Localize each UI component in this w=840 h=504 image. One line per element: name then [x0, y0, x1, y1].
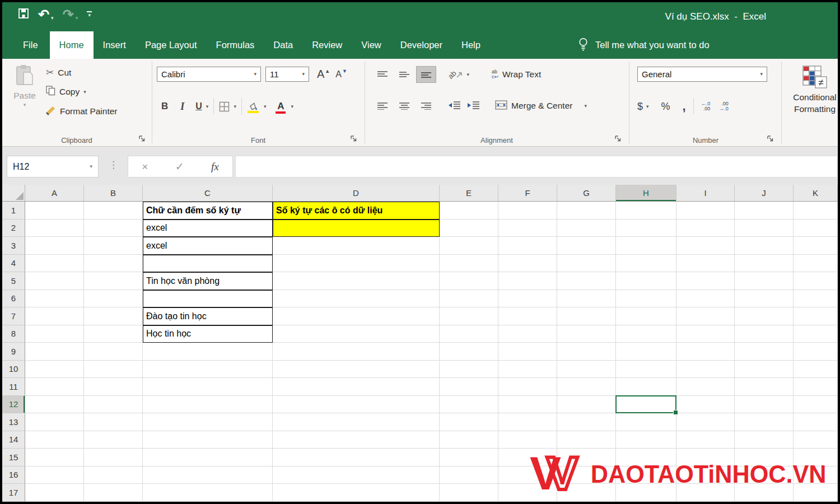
cell-A4[interactable]	[25, 255, 84, 273]
tell-me-box[interactable]: Tell me what you want to do	[578, 31, 710, 59]
cell-E10[interactable]	[440, 361, 498, 379]
merge-center-button[interactable]: Merge & Center ▾	[495, 100, 587, 112]
tab-home[interactable]: Home	[50, 31, 94, 59]
cell-K17[interactable]	[794, 484, 838, 502]
font-dialog-launcher-icon[interactable]	[350, 135, 357, 142]
cell-C8[interactable]: Học tin học	[143, 325, 273, 343]
cell-A13[interactable]	[25, 413, 84, 431]
cell-F5[interactable]	[498, 272, 557, 290]
cell-C6[interactable]	[143, 290, 273, 308]
cell-G7[interactable]	[557, 307, 616, 325]
column-header-C[interactable]: C	[143, 185, 273, 201]
bottom-align-button[interactable]	[417, 67, 436, 82]
cell-A12[interactable]	[25, 396, 84, 414]
cell-C1[interactable]: Chữ cần đếm số ký tự	[143, 202, 273, 220]
column-header-G[interactable]: G	[557, 185, 616, 201]
cell-E6[interactable]	[440, 290, 498, 308]
align-right-button[interactable]	[417, 98, 436, 114]
conditional-formatting-button[interactable]: ≠ Conditional Formatting	[784, 59, 840, 146]
cell-B1[interactable]	[84, 202, 143, 220]
cell-I7[interactable]	[676, 307, 735, 325]
cell-B9[interactable]	[84, 343, 143, 361]
cell-A17[interactable]	[25, 484, 84, 502]
column-header-J[interactable]: J	[735, 185, 794, 201]
cell-I1[interactable]	[676, 202, 735, 220]
cell-J3[interactable]	[735, 237, 794, 255]
cell-C17[interactable]	[143, 484, 273, 502]
tab-file[interactable]: File	[11, 31, 50, 59]
cell-B13[interactable]	[84, 413, 143, 431]
cell-K15[interactable]	[794, 449, 838, 466]
cell-I5[interactable]	[676, 272, 735, 290]
cell-C11[interactable]	[143, 378, 273, 396]
row-header-8[interactable]: 8	[2, 325, 25, 343]
insert-function-icon[interactable]: fx	[211, 161, 219, 173]
redo-button[interactable]: ↷ ▾	[63, 8, 78, 21]
name-box-caret-icon[interactable]: ▾	[90, 164, 92, 169]
cell-H14[interactable]	[616, 431, 676, 449]
column-header-E[interactable]: E	[440, 185, 498, 201]
cell-H17[interactable]	[616, 484, 676, 502]
increase-decimal-button[interactable]: ←.0.00	[701, 101, 711, 111]
cell-J5[interactable]	[735, 272, 794, 290]
cell-B7[interactable]	[84, 307, 143, 325]
cell-C14[interactable]	[143, 431, 273, 449]
cell-J16[interactable]	[735, 466, 794, 484]
cell-K13[interactable]	[794, 413, 838, 431]
cell-F8[interactable]	[498, 325, 557, 343]
cell-J7[interactable]	[735, 307, 794, 325]
column-header-H[interactable]: H	[616, 185, 676, 201]
increase-font-size-button[interactable]: A▲	[317, 68, 330, 81]
cell-J8[interactable]	[735, 325, 794, 343]
cell-G13[interactable]	[557, 413, 616, 431]
cell-D7[interactable]	[273, 307, 440, 325]
cell-K7[interactable]	[794, 307, 838, 325]
cell-K2[interactable]	[794, 220, 838, 237]
cell-E15[interactable]	[440, 449, 498, 466]
cell-H10[interactable]	[616, 361, 676, 379]
cell-D3[interactable]	[273, 237, 440, 255]
tab-formulas[interactable]: Formulas	[207, 31, 264, 59]
cell-F1[interactable]	[498, 202, 557, 220]
undo-caret-icon[interactable]: ▾	[51, 16, 54, 21]
cell-C7[interactable]: Đào tạo tin học	[143, 307, 273, 325]
fill-color-caret-icon[interactable]: ▾	[264, 104, 267, 109]
cell-A5[interactable]	[25, 272, 84, 290]
row-header-12[interactable]: 12	[2, 396, 25, 414]
cell-G4[interactable]	[557, 255, 616, 273]
cell-H9[interactable]	[616, 343, 676, 361]
cell-C9[interactable]	[143, 343, 273, 361]
cell-F4[interactable]	[498, 255, 557, 273]
cell-A2[interactable]	[25, 220, 84, 237]
cell-G14[interactable]	[557, 431, 616, 449]
cell-F10[interactable]	[498, 361, 557, 379]
cell-E2[interactable]	[440, 220, 498, 237]
cell-I12[interactable]	[676, 396, 735, 414]
cell-K11[interactable]	[794, 378, 838, 396]
cell-A10[interactable]	[25, 361, 84, 379]
cell-F13[interactable]	[498, 413, 557, 431]
paste-button[interactable]: Paste ▾	[9, 64, 40, 108]
cell-C10[interactable]	[143, 361, 273, 379]
cell-A11[interactable]	[25, 378, 84, 396]
cell-B5[interactable]	[84, 272, 143, 290]
row-header-14[interactable]: 14	[2, 431, 25, 449]
row-header-13[interactable]: 13	[2, 413, 25, 431]
active-cell-outline[interactable]	[615, 395, 676, 414]
cell-B2[interactable]	[84, 220, 143, 237]
accounting-caret-icon[interactable]: ▾	[646, 104, 649, 109]
row-header-2[interactable]: 2	[2, 220, 25, 237]
undo-button[interactable]: ↶ ▾	[38, 8, 54, 21]
cell-D12[interactable]	[273, 396, 440, 414]
row-header-7[interactable]: 7	[2, 307, 25, 325]
cancel-icon[interactable]: ×	[142, 161, 148, 173]
cell-F15[interactable]	[498, 449, 557, 466]
cell-H5[interactable]	[616, 272, 676, 290]
cell-F6[interactable]	[498, 290, 557, 308]
column-header-I[interactable]: I	[676, 185, 735, 201]
cell-J13[interactable]	[735, 413, 794, 431]
cell-J2[interactable]	[735, 220, 794, 237]
tab-developer[interactable]: Developer	[391, 31, 452, 59]
cell-E14[interactable]	[440, 431, 498, 449]
format-painter-button[interactable]: Format Painter	[46, 105, 118, 118]
